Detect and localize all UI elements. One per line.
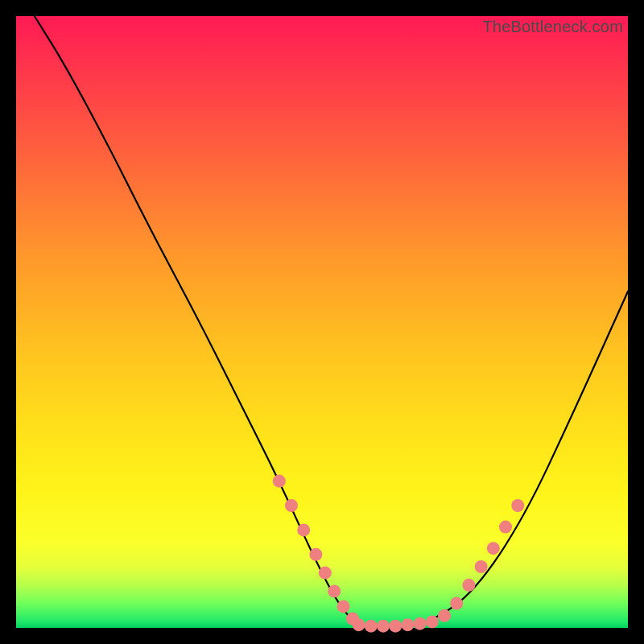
threshold-dot bbox=[389, 620, 402, 633]
threshold-dot bbox=[309, 548, 322, 561]
plot-area: TheBottleneck.com bbox=[16, 16, 628, 628]
threshold-dot bbox=[438, 609, 451, 622]
threshold-dot bbox=[511, 499, 524, 512]
threshold-dot bbox=[499, 521, 512, 534]
outer-frame: TheBottleneck.com bbox=[0, 0, 644, 644]
threshold-dot bbox=[365, 620, 378, 633]
threshold-dot bbox=[353, 618, 365, 631]
threshold-dot bbox=[377, 620, 390, 633]
threshold-dot bbox=[401, 618, 414, 631]
threshold-dot bbox=[285, 499, 298, 512]
threshold-dot bbox=[487, 542, 500, 555]
bottleneck-curve bbox=[35, 16, 628, 628]
threshold-dot bbox=[273, 475, 286, 488]
threshold-dot bbox=[450, 597, 463, 610]
threshold-dot bbox=[337, 600, 350, 613]
threshold-dot bbox=[297, 523, 310, 536]
threshold-dot bbox=[414, 617, 427, 630]
chart-svg bbox=[16, 16, 628, 628]
threshold-dot bbox=[475, 560, 488, 573]
threshold-dot bbox=[328, 584, 341, 597]
threshold-dot bbox=[462, 579, 475, 592]
threshold-dots-floor bbox=[353, 609, 451, 633]
threshold-dot bbox=[426, 615, 439, 628]
threshold-dot bbox=[319, 567, 332, 580]
threshold-dots-right bbox=[450, 499, 524, 610]
